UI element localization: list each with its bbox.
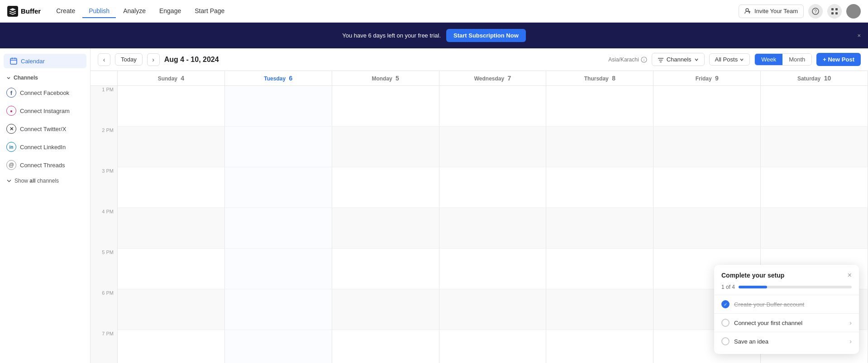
time-label-0: 1 PM [91, 86, 118, 127]
prev-week-button[interactable]: ‹ [98, 53, 110, 66]
apps-icon[interactable] [827, 4, 842, 19]
grid-cell-0-3[interactable] [439, 86, 547, 127]
grid-cell-5-3[interactable] [439, 289, 547, 330]
month-view-button[interactable]: Month [782, 54, 811, 65]
all-posts-select[interactable]: All Posts [709, 53, 750, 66]
grid-cell-2-2[interactable] [332, 167, 439, 208]
nav-engage[interactable]: Engage [153, 5, 187, 18]
grid-cell-3-0[interactable] [118, 208, 225, 249]
sidebar-item-linkedin[interactable]: in Connect LinkedIn [0, 138, 90, 156]
grid-cell-3-3[interactable] [439, 208, 547, 249]
setup-progress-row: 1 of 4 [714, 283, 859, 295]
next-week-button[interactable]: › [147, 53, 160, 66]
grid-cell-3-4[interactable] [546, 208, 653, 249]
time-label-4: 5 PM [91, 249, 118, 289]
setup-item-save-idea[interactable]: Save an idea › [714, 332, 859, 350]
grid-cell-1-5[interactable] [653, 127, 761, 167]
svg-point-1 [746, 9, 749, 11]
grid-cell-6-2[interactable] [332, 330, 439, 363]
setup-items: Create your Buffer account Connect your … [714, 295, 859, 354]
grid-cell-2-5[interactable] [653, 167, 761, 208]
time-label-5: 6 PM [91, 289, 118, 330]
setup-item-connect-channel[interactable]: Connect your first channel › [714, 313, 859, 332]
grid-cell-0-0[interactable] [118, 86, 225, 127]
twitter-label: Connect Twitter/X [20, 126, 66, 132]
grid-cell-0-5[interactable] [653, 86, 761, 127]
calendar-header: Sunday 4 Tuesday 6 Monday 5 Wednesday 7 … [91, 71, 868, 86]
trial-banner: You have 6 days left on your free trial.… [0, 23, 868, 48]
grid-cell-2-0[interactable] [118, 167, 225, 208]
setup-close-button[interactable]: × [848, 271, 852, 279]
grid-cell-1-4[interactable] [546, 127, 653, 167]
grid-cell-2-6[interactable] [761, 167, 868, 208]
banner-close-button[interactable]: × [857, 32, 861, 39]
grid-cell-6-0[interactable] [118, 330, 225, 363]
grid-cell-4-0[interactable] [118, 249, 225, 289]
buffer-logo[interactable]: Buffer [7, 6, 41, 17]
grid-cell-5-4[interactable] [546, 289, 653, 330]
grid-cell-6-4[interactable] [546, 330, 653, 363]
grid-cell-2-4[interactable] [546, 167, 653, 208]
subscribe-button[interactable]: Start Subscription Now [446, 29, 526, 42]
channels-section-label[interactable]: Channels [0, 70, 90, 84]
nav-analyze[interactable]: Analyze [117, 5, 152, 18]
grid-cell-5-0[interactable] [118, 289, 225, 330]
setup-item-left-3: Save an idea [721, 337, 768, 345]
grid-cell-0-6[interactable] [761, 86, 868, 127]
nav-publish[interactable]: Publish [82, 5, 116, 18]
day-header-friday: Friday 9 [653, 71, 761, 85]
week-view-button[interactable]: Week [755, 54, 782, 65]
nav-right: Invite Your Team ? [739, 4, 861, 19]
setup-item-create-account[interactable]: Create your Buffer account [714, 295, 859, 313]
grid-cell-5-1[interactable] [225, 289, 332, 330]
grid-cell-4-1[interactable] [225, 249, 332, 289]
grid-cell-1-3[interactable] [439, 127, 547, 167]
sidebar-item-twitter[interactable]: ✕ Connect Twitter/X [0, 120, 90, 138]
setup-item-left: Create your Buffer account [721, 300, 804, 308]
new-post-button[interactable]: + New Post [816, 53, 861, 66]
grid-cell-3-5[interactable] [653, 208, 761, 249]
linkedin-icon: in [6, 142, 16, 152]
grid-cell-4-3[interactable] [439, 249, 547, 289]
grid-cell-6-3[interactable] [439, 330, 547, 363]
grid-cell-1-0[interactable] [118, 127, 225, 167]
sidebar-item-facebook[interactable]: f Connect Facebook [0, 84, 90, 102]
channels-filter-button[interactable]: Channels [652, 53, 705, 66]
show-channels-button[interactable]: Show all channels [0, 174, 90, 188]
grid-cell-5-2[interactable] [332, 289, 439, 330]
invite-team-label: Invite Your Team [754, 8, 798, 14]
grid-cell-1-2[interactable] [332, 127, 439, 167]
grid-cell-3-2[interactable] [332, 208, 439, 249]
grid-cell-4-2[interactable] [332, 249, 439, 289]
check-circle-create-account [721, 300, 730, 308]
threads-icon: @ [6, 160, 16, 170]
grid-cell-2-3[interactable] [439, 167, 547, 208]
channels-section-text: Channels [14, 75, 38, 81]
grid-cell-0-1[interactable] [225, 86, 332, 127]
sidebar-item-threads[interactable]: @ Connect Threads [0, 156, 90, 174]
grid-cell-0-2[interactable] [332, 86, 439, 127]
help-icon[interactable]: ? [808, 4, 823, 19]
grid-cell-1-1[interactable] [225, 127, 332, 167]
grid-cell-3-6[interactable] [761, 208, 868, 249]
setup-item-create-account-label: Create your Buffer account [734, 301, 804, 308]
nav-start-page[interactable]: Start Page [188, 5, 231, 18]
today-button[interactable]: Today [115, 53, 143, 66]
grid-cell-1-6[interactable] [761, 127, 868, 167]
svg-rect-7 [835, 12, 838, 14]
grid-cell-4-4[interactable] [546, 249, 653, 289]
sidebar-item-instagram[interactable]: ● Connect Instagram [0, 102, 90, 120]
grid-cell-2-1[interactable] [225, 167, 332, 208]
time-label-1: 2 PM [91, 127, 118, 167]
grid-cell-3-1[interactable] [225, 208, 332, 249]
sidebar-calendar-button[interactable]: Calendar [4, 54, 86, 68]
threads-label: Connect Threads [20, 162, 65, 169]
grid-cell-6-1[interactable] [225, 330, 332, 363]
day-header-tuesday: Tuesday 6 [225, 71, 332, 85]
grid-cell-0-4[interactable] [546, 86, 653, 127]
user-avatar[interactable] [846, 4, 861, 19]
svg-rect-8 [10, 58, 17, 64]
nav-create[interactable]: Create [50, 5, 81, 18]
linkedin-label: Connect LinkedIn [20, 144, 66, 151]
invite-team-button[interactable]: Invite Your Team [739, 5, 804, 18]
